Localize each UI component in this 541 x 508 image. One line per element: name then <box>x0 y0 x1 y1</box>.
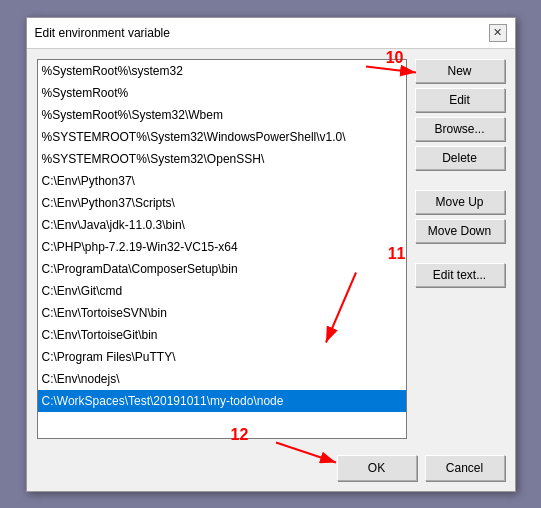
dialog-body: %SystemRoot%\system32%SystemRoot%%System… <box>27 49 515 449</box>
list-item[interactable]: %SYSTEMROOT%\System32\OpenSSH\ <box>38 148 406 170</box>
dialog: Edit environment variable ✕ %SystemRoot%… <box>26 17 516 492</box>
list-item[interactable]: %SystemRoot%\system32 <box>38 60 406 82</box>
cancel-button[interactable]: Cancel <box>425 455 505 481</box>
move-down-button[interactable]: Move Down <box>415 219 505 243</box>
list-item[interactable]: C:\Env\Java\jdk-11.0.3\bin\ <box>38 214 406 236</box>
delete-button[interactable]: Delete <box>415 146 505 170</box>
list-item[interactable]: %SYSTEMROOT%\System32\WindowsPowerShell\… <box>38 126 406 148</box>
list-item[interactable]: C:\Env\nodejs\ <box>38 368 406 390</box>
list-item[interactable]: C:\Program Files\PuTTY\ <box>38 346 406 368</box>
action-buttons: New Edit Browse... Delete Move Up Move D… <box>415 59 505 439</box>
ok-button[interactable]: OK <box>337 455 417 481</box>
list-item[interactable]: C:\Env\Git\cmd <box>38 280 406 302</box>
dialog-title: Edit environment variable <box>35 26 170 40</box>
edit-text-button[interactable]: Edit text... <box>415 263 505 287</box>
edit-button[interactable]: Edit <box>415 88 505 112</box>
list-item[interactable]: %SystemRoot%\System32\Wbem <box>38 104 406 126</box>
env-variable-list[interactable]: %SystemRoot%\system32%SystemRoot%%System… <box>37 59 407 439</box>
list-item[interactable]: C:\ProgramData\ComposerSetup\bin <box>38 258 406 280</box>
list-item[interactable]: C:\WorkSpaces\Test\20191011\my-todo\node <box>38 390 406 412</box>
list-item[interactable]: C:\Env\TortoiseGit\bin <box>38 324 406 346</box>
list-item[interactable]: C:\Env\TortoiseSVN\bin <box>38 302 406 324</box>
list-item[interactable]: %SystemRoot% <box>38 82 406 104</box>
list-item[interactable]: C:\Env\Python37\ <box>38 170 406 192</box>
dialog-footer: OK Cancel <box>27 449 515 491</box>
browse-button[interactable]: Browse... <box>415 117 505 141</box>
new-button[interactable]: New <box>415 59 505 83</box>
close-button[interactable]: ✕ <box>489 24 507 42</box>
list-item[interactable]: C:\Env\Python37\Scripts\ <box>38 192 406 214</box>
list-item[interactable]: C:\PHP\php-7.2.19-Win32-VC15-x64 <box>38 236 406 258</box>
move-up-button[interactable]: Move Up <box>415 190 505 214</box>
title-bar: Edit environment variable ✕ <box>27 18 515 49</box>
